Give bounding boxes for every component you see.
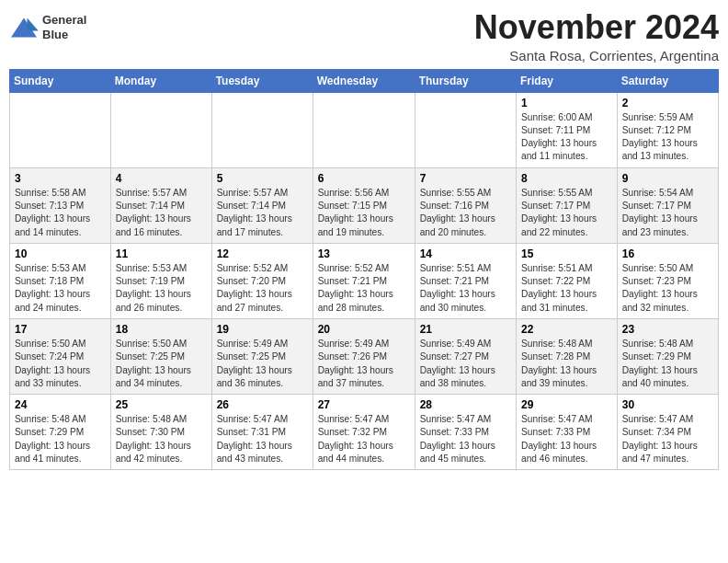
calendar-day-cell — [415, 92, 516, 167]
day-info: Sunrise: 5:49 AMSunset: 7:27 PMDaylight:… — [420, 338, 511, 390]
logo-text: General Blue — [42, 13, 86, 41]
weekday-header: Tuesday — [211, 69, 313, 92]
day-info: Sunrise: 5:48 AMSunset: 7:29 PMDaylight:… — [622, 338, 713, 390]
calendar-day-cell: 10Sunrise: 5:53 AMSunset: 7:18 PMDayligh… — [10, 243, 111, 318]
day-number: 8 — [521, 172, 612, 185]
day-info: Sunrise: 5:50 AMSunset: 7:23 PMDaylight:… — [622, 262, 713, 315]
weekday-header: Monday — [110, 69, 211, 92]
calendar-day-cell: 23Sunrise: 5:48 AMSunset: 7:29 PMDayligh… — [617, 318, 718, 394]
logo-line2: Blue — [42, 28, 68, 41]
day-info: Sunrise: 5:48 AMSunset: 7:30 PMDaylight:… — [116, 413, 207, 465]
day-info: Sunrise: 5:55 AMSunset: 7:17 PMDaylight:… — [521, 187, 612, 239]
day-info: Sunrise: 5:52 AMSunset: 7:21 PMDaylight:… — [318, 262, 410, 315]
day-number: 30 — [622, 398, 713, 411]
weekday-header: Wednesday — [313, 69, 415, 92]
day-info: Sunrise: 6:00 AMSunset: 7:11 PMDaylight:… — [521, 111, 612, 164]
calendar-day-cell — [211, 92, 313, 167]
day-info: Sunrise: 5:53 AMSunset: 7:19 PMDaylight:… — [116, 262, 207, 315]
day-info: Sunrise: 5:59 AMSunset: 7:12 PMDaylight:… — [622, 111, 713, 164]
calendar-week-row: 1Sunrise: 6:00 AMSunset: 7:11 PMDaylight… — [10, 92, 719, 167]
weekday-header: Sunday — [10, 69, 111, 92]
day-number: 11 — [116, 247, 207, 260]
day-number: 14 — [420, 247, 511, 260]
day-number: 17 — [15, 323, 106, 336]
day-number: 27 — [318, 398, 410, 411]
weekday-header: Thursday — [415, 69, 516, 92]
calendar-day-cell: 26Sunrise: 5:47 AMSunset: 7:31 PMDayligh… — [211, 395, 313, 470]
day-number: 3 — [15, 172, 106, 185]
day-info: Sunrise: 5:51 AMSunset: 7:21 PMDaylight:… — [420, 262, 511, 315]
day-number: 7 — [420, 172, 511, 185]
calendar-week-row: 3Sunrise: 5:58 AMSunset: 7:13 PMDaylight… — [10, 167, 719, 243]
day-number: 13 — [318, 247, 410, 260]
calendar-day-cell: 13Sunrise: 5:52 AMSunset: 7:21 PMDayligh… — [313, 243, 415, 318]
calendar-day-cell: 27Sunrise: 5:47 AMSunset: 7:32 PMDayligh… — [313, 395, 415, 470]
calendar-day-cell: 8Sunrise: 5:55 AMSunset: 7:17 PMDaylight… — [517, 167, 618, 243]
calendar-day-cell: 6Sunrise: 5:56 AMSunset: 7:15 PMDaylight… — [313, 167, 415, 243]
day-info: Sunrise: 5:47 AMSunset: 7:32 PMDaylight:… — [318, 413, 410, 465]
day-number: 29 — [521, 398, 612, 411]
day-number: 19 — [217, 323, 308, 336]
day-info: Sunrise: 5:57 AMSunset: 7:14 PMDaylight:… — [217, 187, 308, 239]
day-number: 1 — [521, 97, 612, 109]
day-number: 26 — [217, 398, 308, 411]
day-number: 4 — [116, 172, 207, 185]
calendar-week-row: 24Sunrise: 5:48 AMSunset: 7:29 PMDayligh… — [10, 395, 719, 470]
calendar-day-cell: 24Sunrise: 5:48 AMSunset: 7:29 PMDayligh… — [10, 395, 111, 470]
day-info: Sunrise: 5:51 AMSunset: 7:22 PMDaylight:… — [521, 262, 612, 315]
calendar-day-cell: 19Sunrise: 5:49 AMSunset: 7:25 PMDayligh… — [211, 318, 313, 394]
day-number: 16 — [622, 247, 713, 260]
calendar-day-cell: 12Sunrise: 5:52 AMSunset: 7:20 PMDayligh… — [211, 243, 313, 318]
day-number: 6 — [318, 172, 410, 185]
calendar-day-cell — [313, 92, 415, 167]
day-info: Sunrise: 5:52 AMSunset: 7:20 PMDaylight:… — [217, 262, 308, 315]
day-info: Sunrise: 5:55 AMSunset: 7:16 PMDaylight:… — [420, 187, 511, 239]
calendar-day-cell: 14Sunrise: 5:51 AMSunset: 7:21 PMDayligh… — [415, 243, 516, 318]
day-info: Sunrise: 5:54 AMSunset: 7:17 PMDaylight:… — [622, 187, 713, 239]
day-number: 5 — [217, 172, 308, 185]
day-info: Sunrise: 5:48 AMSunset: 7:28 PMDaylight:… — [521, 338, 612, 390]
weekday-header: Saturday — [617, 69, 718, 92]
day-number: 24 — [15, 398, 106, 411]
day-number: 28 — [420, 398, 511, 411]
calendar-day-cell: 5Sunrise: 5:57 AMSunset: 7:14 PMDaylight… — [211, 167, 313, 243]
day-info: Sunrise: 5:48 AMSunset: 7:29 PMDaylight:… — [15, 413, 106, 465]
calendar-day-cell: 30Sunrise: 5:47 AMSunset: 7:34 PMDayligh… — [617, 395, 718, 470]
day-info: Sunrise: 5:47 AMSunset: 7:33 PMDaylight:… — [521, 413, 612, 465]
calendar-day-cell: 1Sunrise: 6:00 AMSunset: 7:11 PMDaylight… — [517, 92, 618, 167]
calendar-day-cell: 28Sunrise: 5:47 AMSunset: 7:33 PMDayligh… — [415, 395, 516, 470]
day-number: 23 — [622, 323, 713, 336]
day-info: Sunrise: 5:47 AMSunset: 7:33 PMDaylight:… — [420, 413, 511, 465]
day-info: Sunrise: 5:50 AMSunset: 7:24 PMDaylight:… — [15, 338, 106, 390]
calendar-day-cell: 4Sunrise: 5:57 AMSunset: 7:14 PMDaylight… — [110, 167, 211, 243]
calendar-header-row: SundayMondayTuesdayWednesdayThursdayFrid… — [10, 69, 719, 92]
day-number: 20 — [318, 323, 410, 336]
day-number: 15 — [521, 247, 612, 260]
day-number: 25 — [116, 398, 207, 411]
calendar-day-cell: 7Sunrise: 5:55 AMSunset: 7:16 PMDaylight… — [415, 167, 516, 243]
day-number: 2 — [622, 97, 713, 109]
day-info: Sunrise: 5:49 AMSunset: 7:26 PMDaylight:… — [318, 338, 410, 390]
calendar-day-cell: 17Sunrise: 5:50 AMSunset: 7:24 PMDayligh… — [10, 318, 111, 394]
title-block: November 2024 Santa Rosa, Corrientes, Ar… — [474, 9, 719, 63]
day-info: Sunrise: 5:49 AMSunset: 7:25 PMDaylight:… — [217, 338, 308, 390]
calendar-day-cell: 3Sunrise: 5:58 AMSunset: 7:13 PMDaylight… — [10, 167, 111, 243]
calendar-day-cell — [110, 92, 211, 167]
day-number: 10 — [15, 247, 106, 260]
day-info: Sunrise: 5:50 AMSunset: 7:25 PMDaylight:… — [116, 338, 207, 390]
location-subtitle: Santa Rosa, Corrientes, Argentina — [474, 48, 719, 63]
day-number: 9 — [622, 172, 713, 185]
page-header: General Blue November 2024 Santa Rosa, C… — [9, 9, 719, 63]
day-info: Sunrise: 5:57 AMSunset: 7:14 PMDaylight:… — [116, 187, 207, 239]
calendar-day-cell: 18Sunrise: 5:50 AMSunset: 7:25 PMDayligh… — [110, 318, 211, 394]
calendar-table: SundayMondayTuesdayWednesdayThursdayFrid… — [9, 69, 719, 471]
calendar-day-cell: 9Sunrise: 5:54 AMSunset: 7:17 PMDaylight… — [617, 167, 718, 243]
calendar-day-cell: 20Sunrise: 5:49 AMSunset: 7:26 PMDayligh… — [313, 318, 415, 394]
logo-line1: General — [42, 13, 86, 27]
calendar-day-cell: 25Sunrise: 5:48 AMSunset: 7:30 PMDayligh… — [110, 395, 211, 470]
day-number: 12 — [217, 247, 308, 260]
day-info: Sunrise: 5:56 AMSunset: 7:15 PMDaylight:… — [318, 187, 410, 239]
month-title: November 2024 — [474, 9, 719, 46]
day-number: 21 — [420, 323, 511, 336]
calendar-day-cell: 21Sunrise: 5:49 AMSunset: 7:27 PMDayligh… — [415, 318, 516, 394]
